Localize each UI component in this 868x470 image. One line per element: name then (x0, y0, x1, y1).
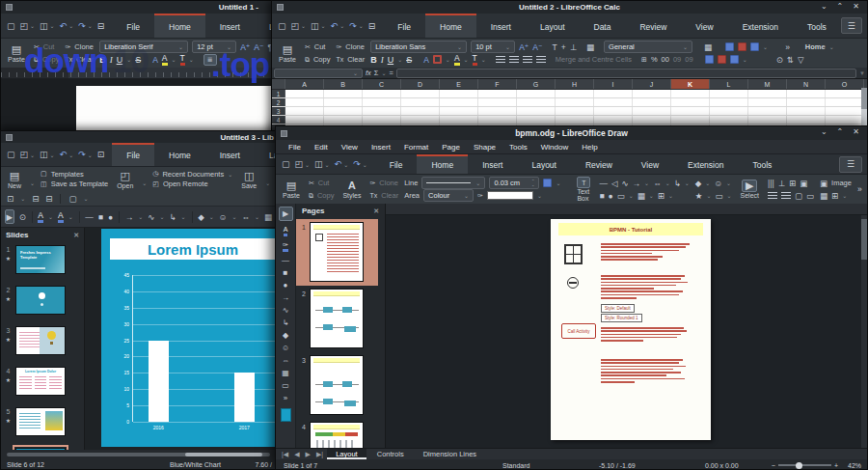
templates-button[interactable]: Templates (51, 170, 84, 179)
chevron-down-icon[interactable]: ⌄ (481, 56, 486, 63)
chevron-down-icon[interactable]: ⌄ (668, 192, 673, 199)
chevron-down-icon[interactable]: ⌄ (829, 43, 834, 50)
cut-icon[interactable]: ✂ (34, 43, 40, 51)
recent-documents-button[interactable]: Recent Documents (162, 170, 224, 179)
cell-G2[interactable] (517, 98, 556, 106)
rectangle-tool-icon[interactable]: ■ (284, 268, 288, 277)
clear-formatting-icon[interactable]: Tx (65, 56, 72, 63)
symbol-shapes-icon[interactable]: ☺ (714, 179, 722, 188)
chevron-down-icon[interactable]: ⌄ (446, 56, 450, 63)
layer-tab-controls[interactable]: Controls (368, 449, 413, 459)
cell-J3[interactable] (633, 107, 671, 115)
open-button[interactable]: ◰ Open (114, 169, 136, 189)
tab-insert[interactable]: Insert (476, 14, 526, 38)
chevron-down-icon[interactable]: ⌄ (301, 22, 306, 29)
column-header-A[interactable]: A (285, 79, 324, 89)
clone-icon[interactable]: ✑ (65, 43, 70, 51)
column-header-M[interactable]: M (748, 79, 787, 89)
curve-tool-icon[interactable]: ∿ (621, 179, 628, 188)
chevron-down-icon[interactable]: ⌄ (359, 22, 364, 29)
print-directly-icon[interactable]: ⊟ (45, 194, 52, 204)
new-doc-icon[interactable]: ▢ (7, 150, 15, 159)
cell-H1[interactable] (556, 90, 594, 97)
new-doc-icon[interactable]: ▢ (7, 21, 15, 31)
cell-C2[interactable] (363, 98, 401, 106)
tab-view[interactable]: View (627, 154, 673, 174)
chevron-down-icon[interactable]: ⌄ (706, 192, 711, 199)
arrow-tool-icon[interactable]: → (125, 212, 134, 222)
callout-shapes-icon[interactable]: ▭ (715, 191, 722, 201)
highlight-color-button[interactable]: A (162, 54, 168, 66)
cut-icon[interactable]: ✂ (309, 180, 314, 187)
column-header-D[interactable]: D (401, 79, 440, 89)
fill-color-button[interactable]: A (38, 211, 43, 223)
zoom-control[interactable]: − + (772, 462, 838, 469)
cell-O3[interactable] (826, 107, 864, 115)
tab-file[interactable]: File (375, 154, 418, 174)
letter-a-icon[interactable]: A (423, 55, 429, 65)
select-tool-active[interactable]: ▶ (5, 209, 14, 224)
slide-thumbnail-1[interactable]: 1★ Freshes Impress Template (1, 242, 78, 283)
function-wizard-button[interactable]: fx (366, 69, 371, 77)
export-icon[interactable]: ⊡ (7, 194, 14, 204)
zoom-tool-icon[interactable]: ⊙ (19, 212, 26, 222)
chevron-down-icon[interactable]: ⌄ (50, 22, 55, 29)
cell-F4[interactable] (478, 116, 517, 124)
table-icon[interactable]: ▦ (264, 212, 272, 222)
tab-extension[interactable]: Extension (728, 14, 793, 38)
cell-N3[interactable] (787, 107, 826, 115)
cell-M1[interactable] (748, 90, 787, 97)
align-bottom-icon[interactable]: ⊥ (570, 42, 577, 52)
bpmn-page[interactable]: BPMN - Tutorial Style: Default Style: Ro… (551, 219, 711, 440)
cell-I1[interactable] (594, 90, 633, 97)
italic-button[interactable]: I (110, 55, 113, 65)
impress-editing-area[interactable]: Lorem Ipsum 05101520253035404520162017 (85, 228, 276, 450)
chevron-down-icon[interactable]: ⌄ (343, 161, 348, 168)
zoom-slider[interactable] (778, 464, 831, 466)
close-icon[interactable]: ✕ (373, 207, 379, 215)
draw-canvas[interactable]: BPMN - Tutorial Style: Default Style: Ro… (386, 204, 867, 448)
cell-K4[interactable] (671, 116, 710, 124)
column-header-F[interactable]: F (478, 79, 517, 89)
current-slide[interactable]: Lorem Ipsum 05101520253035404520162017 (101, 229, 276, 447)
tab-insert[interactable]: Insert (468, 154, 517, 174)
tab-extension[interactable]: Extension (673, 154, 738, 174)
rectangle-tool-icon[interactable]: ■ (98, 212, 103, 222)
conditional-data-icon[interactable] (750, 42, 759, 51)
new-doc-icon[interactable]: ▢ (278, 21, 286, 31)
paste-button[interactable]: ▤ Paste (276, 41, 299, 66)
column-header-K[interactable]: K (671, 79, 710, 89)
zoom-value[interactable]: 7.60 / (255, 461, 272, 468)
cell-G4[interactable] (517, 116, 556, 124)
chevron-down-icon[interactable]: ⌄ (363, 161, 367, 168)
tab-layout[interactable]: Layout (517, 154, 571, 174)
tab-layout[interactable]: Layout (526, 14, 580, 38)
font-name-combo[interactable]: Liberation Serif⌄ (99, 41, 188, 53)
cell-M3[interactable] (748, 107, 787, 115)
redo-icon[interactable]: ↷ (353, 159, 361, 169)
grid-symbol[interactable] (564, 244, 583, 264)
block-arrows-icon[interactable]: ⇔ (282, 356, 289, 365)
chevron-down-icon[interactable]: ⌄ (88, 152, 93, 158)
slide-thumbnail-3[interactable]: 3★ (1, 323, 78, 364)
connector-tool-icon[interactable]: ↳ (674, 179, 681, 188)
align-objects-icon[interactable]: ||| (768, 179, 774, 188)
clear-formatting-icon[interactable]: Tx (336, 56, 343, 63)
undo-icon[interactable]: ↶ (60, 21, 68, 31)
cell-K2[interactable] (671, 98, 710, 106)
symbol-shapes-icon[interactable]: ☺ (219, 212, 228, 222)
save-icon[interactable]: ◫ (40, 150, 48, 159)
del-decimal-button[interactable]: 09 (685, 55, 692, 64)
chevron-down-icon[interactable]: ⌄ (305, 161, 310, 168)
copy-icon[interactable]: ⧉ (309, 192, 313, 200)
cut-button[interactable]: Cut (318, 179, 330, 187)
bold-button[interactable]: B (99, 55, 106, 65)
tab-file[interactable]: File (112, 14, 154, 38)
cell-K3[interactable] (671, 107, 710, 115)
chevron-down-icon[interactable]: ⌄ (321, 22, 326, 29)
font-size-combo[interactable]: 12 pt⌄ (192, 41, 236, 53)
vertical-scrollbar[interactable] (861, 215, 867, 448)
cell-N4[interactable] (787, 116, 826, 124)
menu-insert[interactable]: Insert (365, 143, 397, 152)
style-rounded-button[interactable]: Style: Rounded 1 (601, 314, 642, 322)
